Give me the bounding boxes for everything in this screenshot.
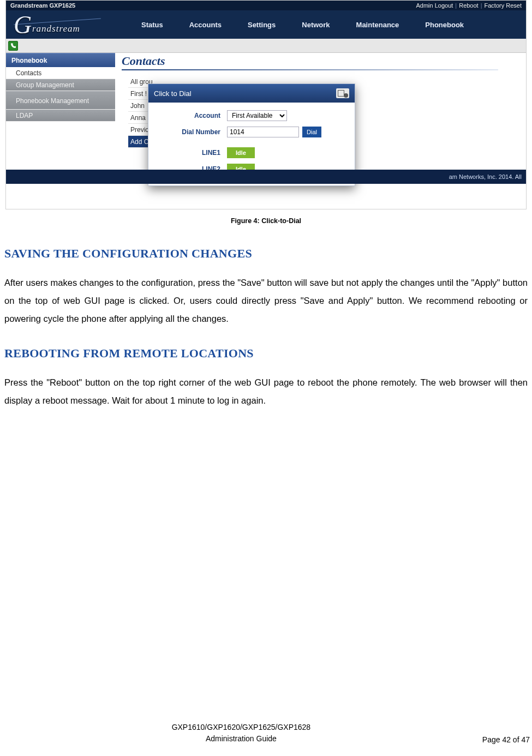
page-footer: GXP1610/GXP1620/GXP1625/GXP1628 Administ… (0, 722, 532, 744)
dialog-close-icon[interactable] (336, 88, 349, 98)
account-select[interactable]: First Available (227, 110, 287, 121)
screenshot-footer-bar: am Networks, Inc. 2014. All (6, 170, 526, 184)
section-saving-body: After users makes changes to the configu… (4, 274, 528, 328)
footer-product-line: GXP1610/GXP1620/GXP1625/GXP1628 (0, 722, 482, 733)
document-body: SAVING THE CONFIGURATION CHANGES After u… (0, 247, 532, 410)
nav-maintenance[interactable]: Maintenance (343, 15, 413, 34)
sidebar: Phonebook Contacts Group Management Phon… (6, 53, 115, 122)
grandstream-logo: G randstream (14, 14, 106, 35)
factory-reset-link[interactable]: Factory Reset (485, 2, 522, 9)
nav-settings[interactable]: Settings (235, 15, 289, 34)
toolbar-strip (6, 39, 526, 53)
account-label: Account (156, 112, 227, 119)
page-title: Contacts (122, 52, 498, 69)
main-nav: Status Accounts Settings Network Mainten… (128, 15, 477, 34)
figure-caption: Figure 4: Click-to-Dial (0, 217, 532, 225)
page-number: Page 42 of 47 (482, 735, 532, 744)
footer-copyright-fragment: am Networks, Inc. 2014. All (449, 173, 522, 180)
device-topbar: Grandstream GXP1625 Admin Logout | Reboo… (6, 1, 526, 10)
sep-icon: | (455, 2, 457, 9)
device-model: Grandstream GXP1625 (10, 2, 416, 9)
footer-guide-line: Administration Guide (0, 733, 482, 744)
sidebar-item-ldap[interactable]: LDAP (6, 110, 115, 122)
section-rebooting-title: REBOOTING FROM REMOTE LOCATIONS (4, 346, 528, 361)
reboot-link[interactable]: Reboot (459, 2, 478, 9)
sidebar-item-phonebook-management[interactable]: Phonebook Management (6, 91, 115, 110)
brand-row: G randstream Status Accounts Settings Ne… (6, 10, 526, 39)
embedded-screenshot: Grandstream GXP1625 Admin Logout | Reboo… (5, 0, 527, 209)
sidebar-header: Phonebook (6, 53, 115, 67)
dialog-title: Click to Dial (154, 89, 192, 98)
nav-accounts[interactable]: Accounts (176, 15, 235, 34)
sep-icon: | (481, 2, 482, 9)
page-header: Contacts (122, 52, 498, 70)
line1-status: Idle (227, 147, 255, 158)
section-rebooting-body: Press the "Reboot" button on the top rig… (4, 374, 528, 410)
page-title-rule (122, 69, 498, 70)
sidebar-item-group-management[interactable]: Group Management (6, 79, 115, 91)
section-saving-title: SAVING THE CONFIGURATION CHANGES (4, 247, 528, 261)
dialog-titlebar: Click to Dial (148, 84, 355, 103)
content-area: Phonebook Contacts Group Management Phon… (6, 53, 526, 184)
nav-network[interactable]: Network (289, 15, 343, 34)
admin-logout-link[interactable]: Admin Logout (416, 2, 453, 9)
nav-status[interactable]: Status (128, 15, 176, 34)
phone-icon[interactable] (8, 41, 18, 51)
dial-number-label: Dial Number (156, 128, 227, 136)
sidebar-item-contacts[interactable]: Contacts (6, 67, 115, 79)
nav-phonebook[interactable]: Phonebook (412, 15, 477, 34)
line1-label: LINE1 (156, 149, 227, 157)
dial-button[interactable]: Dial (302, 127, 321, 137)
dial-number-input[interactable] (227, 127, 299, 137)
